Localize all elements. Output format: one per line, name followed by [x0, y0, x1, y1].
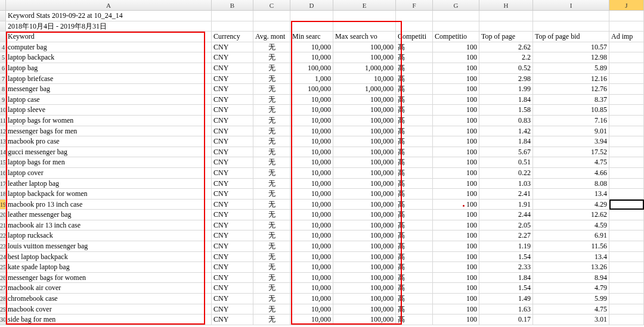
competition-cell[interactable]: 高	[396, 200, 433, 210]
bid-high-cell[interactable]: 4.66	[533, 168, 609, 178]
col-header-F[interactable]: F	[396, 0, 433, 10]
row-label[interactable]: 13	[0, 136, 6, 147]
ad-imp-cell[interactable]	[609, 200, 644, 210]
competition-index-cell[interactable]: 100	[433, 126, 479, 136]
competition-index-cell[interactable]: 100	[433, 231, 479, 241]
row-label[interactable]: 6	[0, 63, 6, 73]
keyword-cell[interactable]: laptop rucksack	[6, 231, 212, 241]
ad-imp-cell[interactable]	[609, 294, 644, 304]
currency-cell[interactable]: CNY	[212, 210, 253, 220]
avg-cell[interactable]: 无	[253, 42, 290, 52]
competition-index-cell[interactable]: 100	[433, 157, 479, 167]
min-search-cell[interactable]: 10,000	[290, 220, 333, 231]
min-search-cell[interactable]: 10,000	[290, 52, 333, 63]
competition-cell[interactable]: 高	[396, 105, 433, 115]
avg-cell[interactable]: 无	[253, 283, 290, 293]
date-range-cell[interactable]: 2018年10月4日 - 2019年8月31日	[6, 21, 212, 32]
avg-cell[interactable]: 无	[253, 252, 290, 262]
bid-low-cell[interactable]: 2.98	[479, 74, 533, 84]
avg-cell[interactable]: 无	[253, 168, 290, 178]
competition-cell[interactable]: 高	[396, 252, 433, 262]
ad-imp-cell[interactable]	[609, 126, 644, 136]
min-search-cell[interactable]: 10,000	[290, 294, 333, 304]
keyword-cell[interactable]: leather laptop bag	[6, 179, 212, 189]
currency-cell[interactable]: CNY	[212, 262, 253, 272]
avg-cell[interactable]: 无	[253, 200, 290, 210]
avg-cell[interactable]: 无	[253, 273, 290, 283]
competition-cell[interactable]: 高	[396, 74, 433, 84]
competition-cell[interactable]: 高	[396, 231, 433, 241]
keyword-cell[interactable]: messenger bags for women	[6, 273, 212, 283]
row-label[interactable]: 9	[0, 95, 6, 105]
competition-index-cell[interactable]: 100	[433, 63, 479, 73]
row-label[interactable]: 22	[0, 231, 6, 241]
min-search-cell[interactable]: 100,000	[290, 84, 333, 94]
competition-cell[interactable]: 高	[396, 294, 433, 304]
competition-cell[interactable]: 高	[396, 210, 433, 220]
col-header-A[interactable]: A	[6, 0, 212, 10]
bid-low-cell[interactable]: 2.27	[479, 231, 533, 241]
min-search-cell[interactable]: 10,000	[290, 200, 333, 210]
ad-imp-cell[interactable]	[609, 147, 644, 157]
max-search-cell[interactable]: 100,000	[333, 220, 396, 231]
competition-cell[interactable]: 高	[396, 168, 433, 178]
competition-index-cell[interactable]: 100	[433, 105, 479, 115]
currency-cell[interactable]: CNY	[212, 147, 253, 157]
max-search-cell[interactable]: 1,000,000	[333, 63, 396, 73]
keyword-cell[interactable]: gucci messenger bag	[6, 147, 212, 157]
keyword-cell[interactable]: laptop bags for women	[6, 116, 212, 126]
avg-cell[interactable]: 无	[253, 314, 290, 325]
bid-low-cell[interactable]: 0.17	[479, 314, 533, 325]
row-label[interactable]: 19	[0, 200, 6, 210]
header-compidx[interactable]: Competitio	[433, 32, 479, 42]
currency-cell[interactable]: CNY	[212, 189, 253, 199]
ad-imp-cell[interactable]	[609, 95, 644, 105]
bid-low-cell[interactable]: 1.19	[479, 241, 533, 251]
competition-index-cell[interactable]: 100	[433, 84, 479, 94]
row-label[interactable]: 30	[0, 314, 6, 325]
avg-cell[interactable]: 无	[253, 95, 290, 105]
max-search-cell[interactable]: 100,000	[333, 105, 396, 115]
header-currency[interactable]: Currency	[212, 32, 253, 42]
currency-cell[interactable]: CNY	[212, 136, 253, 147]
currency-cell[interactable]: CNY	[212, 42, 253, 52]
ad-imp-cell[interactable]	[609, 252, 644, 262]
keyword-cell[interactable]: macbook cover	[6, 304, 212, 314]
currency-cell[interactable]: CNY	[212, 200, 253, 210]
min-search-cell[interactable]: 10,000	[290, 157, 333, 167]
competition-index-cell[interactable]: 100	[433, 252, 479, 262]
col-header-E[interactable]: E	[333, 0, 396, 10]
max-search-cell[interactable]: 100,000	[333, 52, 396, 63]
keyword-cell[interactable]: chromebook case	[6, 294, 212, 304]
competition-index-cell[interactable]: 100	[433, 241, 479, 251]
min-search-cell[interactable]: 10,000	[290, 210, 333, 220]
bid-high-cell[interactable]: 7.16	[533, 116, 609, 126]
bid-low-cell[interactable]: 1.49	[479, 294, 533, 304]
keyword-cell[interactable]: macbook pro case	[6, 136, 212, 147]
max-search-cell[interactable]: 100,000	[333, 294, 396, 304]
min-search-cell[interactable]: 10,000	[290, 42, 333, 52]
bid-high-cell[interactable]: 4.59	[533, 220, 609, 231]
min-search-cell[interactable]: 10,000	[290, 314, 333, 325]
bid-high-cell[interactable]: 8.37	[533, 95, 609, 105]
ad-imp-cell[interactable]	[609, 105, 644, 115]
col-header-I[interactable]: I	[533, 0, 609, 10]
currency-cell[interactable]: CNY	[212, 105, 253, 115]
bid-low-cell[interactable]: 1.99	[479, 84, 533, 94]
bid-high-cell[interactable]: 13.4	[533, 189, 609, 199]
min-search-cell[interactable]: 10,000	[290, 147, 333, 157]
competition-cell[interactable]: 高	[396, 262, 433, 272]
ad-imp-cell[interactable]	[609, 179, 644, 189]
keyword-cell[interactable]: laptop sleeve	[6, 105, 212, 115]
max-search-cell[interactable]: 100,000	[333, 200, 396, 210]
bid-low-cell[interactable]: 1.84	[479, 273, 533, 283]
competition-cell[interactable]: 高	[396, 220, 433, 231]
bid-low-cell[interactable]: 0.83	[479, 116, 533, 126]
row-label[interactable]	[0, 32, 6, 42]
min-search-cell[interactable]: 10,000	[290, 252, 333, 262]
keyword-cell[interactable]: laptop briefcase	[6, 74, 212, 84]
max-search-cell[interactable]: 100,000	[333, 179, 396, 189]
avg-cell[interactable]: 无	[253, 116, 290, 126]
keyword-cell[interactable]: messenger bags for men	[6, 126, 212, 136]
avg-cell[interactable]: 无	[253, 52, 290, 63]
